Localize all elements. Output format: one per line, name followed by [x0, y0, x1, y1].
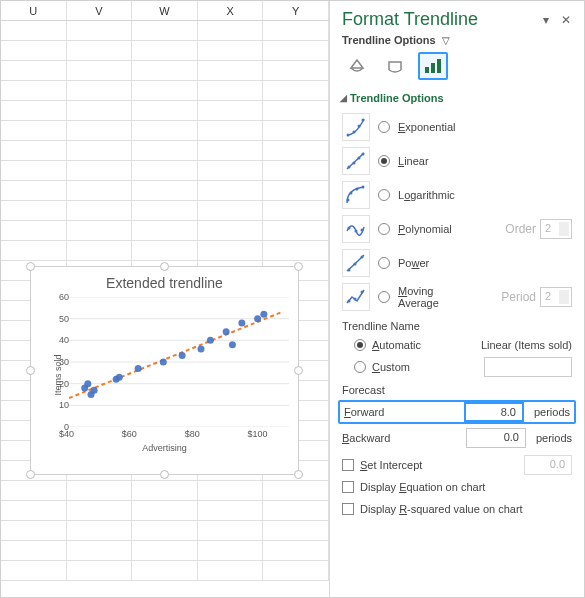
spreadsheet-area[interactable]: U V W X Y	[1, 1, 329, 597]
option-moving-average[interactable]: MovingAverage Period 2	[342, 280, 572, 314]
display-equation-row[interactable]: Display Equation on chart	[342, 476, 572, 498]
section-label: Trendline Options	[350, 92, 444, 104]
forward-unit: periods	[534, 406, 570, 418]
svg-point-44	[354, 263, 357, 266]
effects-tab-icon[interactable]	[380, 52, 410, 80]
section-trendline-options[interactable]: ◢ Trendline Options	[330, 86, 584, 110]
set-intercept-input: 0.0	[524, 455, 572, 475]
radio-polynomial[interactable]	[378, 223, 390, 235]
radio-automatic[interactable]	[354, 339, 366, 351]
pane-sub-dropdown[interactable]: Trendline Options ▽	[330, 34, 584, 52]
svg-point-48	[361, 291, 364, 294]
col-header-x[interactable]: X	[198, 1, 264, 20]
pane-menu-icon[interactable]: ▾	[538, 13, 554, 27]
column-headers: U V W X Y	[1, 1, 329, 21]
trendline-name-label: Trendline Name	[330, 314, 584, 334]
svg-point-30	[362, 119, 365, 122]
ytick: 40	[55, 335, 69, 345]
option-label: Logarithmic	[398, 189, 455, 201]
svg-point-41	[355, 230, 358, 233]
automatic-value: Linear (Items sold)	[481, 339, 572, 351]
svg-point-18	[207, 337, 214, 344]
svg-point-46	[348, 300, 351, 303]
option-linear[interactable]: Linear	[342, 144, 572, 178]
svg-point-19	[223, 328, 230, 335]
checkbox-display-r2[interactable]	[342, 503, 354, 515]
svg-point-47	[354, 298, 357, 301]
radio-exponential[interactable]	[378, 121, 390, 133]
svg-point-23	[260, 311, 267, 318]
option-label: MovingAverage	[398, 285, 439, 309]
checkbox-set-intercept[interactable]	[342, 459, 354, 471]
radio-logarithmic[interactable]	[378, 189, 390, 201]
display-r2-row[interactable]: Display R-squared value on chart	[342, 498, 572, 520]
radio-moving-average[interactable]	[378, 291, 390, 303]
resize-handle[interactable]	[160, 262, 169, 271]
radio-power[interactable]	[378, 257, 390, 269]
backward-input[interactable]: 0.0	[466, 428, 526, 448]
display-equation-label: Display Equation on chart	[360, 481, 485, 493]
set-intercept-label: Set Intercept	[360, 459, 422, 471]
option-logarithmic[interactable]: Logarithmic	[342, 178, 572, 212]
resize-handle[interactable]	[294, 262, 303, 271]
forward-label: Forward	[344, 406, 422, 418]
chart-object[interactable]: Extended trendline Items sold Advertisin…	[30, 266, 299, 475]
svg-point-22	[254, 315, 261, 322]
svg-point-17	[198, 346, 205, 353]
option-power[interactable]: Power	[342, 246, 572, 280]
resize-handle[interactable]	[160, 470, 169, 479]
trendline-options-tab-icon[interactable]	[418, 52, 448, 80]
xtick: $60	[122, 429, 137, 439]
svg-point-36	[347, 199, 350, 202]
resize-handle[interactable]	[294, 470, 303, 479]
order-spinner: 2	[540, 219, 572, 239]
backward-label: Backward	[342, 432, 420, 444]
order-label: Order	[505, 222, 536, 236]
radio-custom[interactable]	[354, 361, 366, 373]
svg-point-28	[353, 131, 356, 134]
col-header-u[interactable]: U	[1, 1, 67, 20]
backward-unit: periods	[536, 432, 572, 444]
close-icon[interactable]: ✕	[558, 13, 574, 27]
col-header-v[interactable]: V	[67, 1, 133, 20]
svg-point-45	[361, 256, 364, 259]
xtick: $40	[59, 429, 74, 439]
option-exponential[interactable]: Exponential	[342, 110, 572, 144]
forward-input[interactable]: 8.0	[464, 402, 524, 422]
col-header-w[interactable]: W	[132, 1, 198, 20]
custom-name-input[interactable]	[484, 357, 572, 377]
name-custom-row[interactable]: Custom	[342, 356, 572, 378]
fill-line-tab-icon[interactable]	[342, 52, 372, 80]
checkbox-display-equation[interactable]	[342, 481, 354, 493]
set-intercept-row[interactable]: Set Intercept 0.0	[342, 454, 572, 476]
xtick: $100	[248, 429, 268, 439]
logarithmic-icon	[342, 181, 370, 209]
svg-rect-26	[437, 59, 441, 73]
resize-handle[interactable]	[26, 470, 35, 479]
plot-svg	[69, 297, 289, 427]
svg-point-43	[348, 269, 351, 272]
ytick: 10	[55, 400, 69, 410]
svg-point-16	[179, 352, 186, 359]
chart-plot[interactable]: Items sold Advertising 0102030405060$40$…	[31, 291, 298, 459]
radio-linear[interactable]	[378, 155, 390, 167]
resize-handle[interactable]	[26, 262, 35, 271]
polynomial-icon	[342, 215, 370, 243]
svg-point-27	[347, 134, 350, 137]
name-automatic-row[interactable]: Automatic Linear (Items sold)	[342, 334, 572, 356]
svg-point-32	[348, 166, 351, 169]
collapse-icon: ◢	[338, 93, 348, 103]
option-label: Linear	[398, 155, 429, 167]
pane-title: Format Trendline	[342, 9, 534, 30]
option-label: Power	[398, 257, 429, 269]
svg-point-29	[358, 125, 361, 128]
svg-point-42	[361, 229, 364, 232]
exponential-icon	[342, 113, 370, 141]
col-header-y[interactable]: Y	[263, 1, 329, 20]
option-label: Exponential	[398, 121, 456, 133]
custom-label: Custom	[372, 361, 410, 373]
option-polynomial[interactable]: Polynomial Order 2	[342, 212, 572, 246]
svg-point-37	[350, 192, 353, 195]
linear-icon	[342, 147, 370, 175]
ytick: 50	[55, 314, 69, 324]
